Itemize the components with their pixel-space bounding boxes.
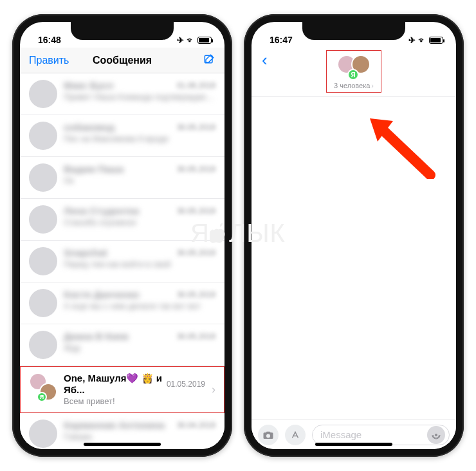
chevron-right-icon: › (371, 82, 374, 89)
apps-button[interactable] (285, 425, 306, 445)
camera-button[interactable] (258, 425, 279, 445)
date: 30.05.2019 (177, 165, 215, 174)
group-header-button[interactable]: Я 3 человека› (326, 50, 381, 93)
group-conversation-item[interactable]: Я One, Машуля💜 👸 и Яб... 01.05.2019 Всем… (20, 366, 224, 413)
contact-name: Костя Данченко (64, 289, 139, 300)
message-placeholder: iMessage (320, 429, 362, 440)
avatar (29, 247, 57, 275)
battery-icon (197, 37, 212, 44)
conversation-list[interactable]: Макс Бусл01.06.2019 Привет Наша Команда … (20, 73, 224, 449)
contact-name: Snapchat (64, 247, 107, 258)
svg-point-2 (435, 434, 437, 436)
phone-left: 16:48 ✈ ᯤ Править Сообщения (12, 14, 232, 457)
list-item[interactable]: Костя Данченко30.05.2019 А еще мы с ним … (20, 282, 224, 324)
status-time: 16:48 (38, 35, 61, 45)
home-indicator[interactable] (315, 443, 392, 446)
status-time: 16:47 (270, 35, 293, 45)
audio-record-button[interactable] (427, 426, 445, 444)
navigation-bar: Править Сообщения (20, 48, 224, 73)
date: 01.06.2019 (177, 81, 215, 90)
message-input[interactable]: iMessage (312, 425, 450, 445)
nav-title: Сообщения (20, 55, 224, 66)
list-item[interactable]: собаковод30.05.2019 Пес на Максимова 9 в… (20, 115, 224, 157)
contact-name: Вадим Паша (64, 163, 124, 174)
battery-icon (429, 37, 443, 44)
contact-name: Диана В Киев (64, 331, 129, 342)
notch (302, 22, 405, 40)
message-preview: Говорю (64, 432, 215, 441)
avatar (29, 205, 57, 234)
avatar (29, 163, 57, 192)
group-badge: Я (37, 392, 47, 402)
avatar (29, 420, 57, 448)
home-indicator[interactable] (84, 443, 161, 446)
avatar (29, 289, 57, 317)
airplane-icon: ✈ (177, 35, 184, 45)
date: 30.05.2019 (177, 248, 215, 257)
wifi-icon: ᯤ (418, 35, 426, 45)
message-preview: Ок (64, 176, 215, 185)
date: 30.05.2019 (177, 123, 215, 132)
message-preview: Жду (64, 343, 215, 353)
group-avatar: Я (29, 373, 57, 401)
message-preview: Пес на Максимова 9 вроде (64, 134, 215, 143)
avatar (29, 122, 57, 150)
contact-name: Карманная Антонина (64, 420, 165, 430)
list-item[interactable]: Вадим Паша30.05.2019 Ок (20, 157, 224, 199)
message-preview: Всем привет! (64, 396, 205, 406)
list-item[interactable]: Лена Студентка30.05.2019 Спасибо огромно… (20, 199, 224, 241)
date: 30.04.2019 (177, 421, 215, 430)
date: 30.05.2019 (177, 207, 215, 216)
airplane-icon: ✈ (408, 35, 416, 45)
date: 01.05.2019 (167, 380, 205, 389)
chevron-right-icon: › (212, 383, 215, 396)
conversation-body[interactable] (252, 97, 456, 420)
list-item[interactable]: Макс Бусл01.06.2019 Привет Наша Команда … (20, 73, 224, 115)
wifi-icon: ᯤ (187, 35, 195, 45)
group-name: One, Машуля💜 👸 и Яб... (64, 373, 167, 395)
date: 30.05.2019 (177, 332, 215, 341)
contact-name: собаковод (64, 122, 114, 133)
contact-name: Макс Бусл (64, 80, 113, 91)
group-badge: Я (347, 69, 359, 80)
message-preview: Привет Наша Команда подтверждает ваш... (64, 92, 215, 102)
contact-name: Лена Студентка (64, 205, 139, 216)
avatar (29, 331, 57, 359)
date: 30.05.2019 (177, 290, 215, 299)
conversation-header: ‹ Я 3 человека› (252, 48, 456, 97)
message-preview: Спасибо огромное (64, 217, 215, 227)
participants-label: 3 человека (334, 82, 370, 89)
message-preview: Перед тем как войти в свой (64, 259, 215, 269)
avatar (29, 80, 57, 108)
back-button[interactable]: ‹ (258, 51, 268, 68)
phone-right: 16:47 ✈ ᯤ ‹ Я 3 человека› (244, 14, 464, 457)
list-item[interactable]: Диана В Киев30.05.2019 Жду (20, 324, 224, 366)
list-item[interactable]: Snapchat30.05.2019 Перед тем как войти в… (20, 241, 224, 282)
notch (71, 22, 174, 40)
message-preview: А еще мы с ним делали так вот вот (64, 301, 215, 311)
group-avatar: Я (328, 53, 380, 79)
